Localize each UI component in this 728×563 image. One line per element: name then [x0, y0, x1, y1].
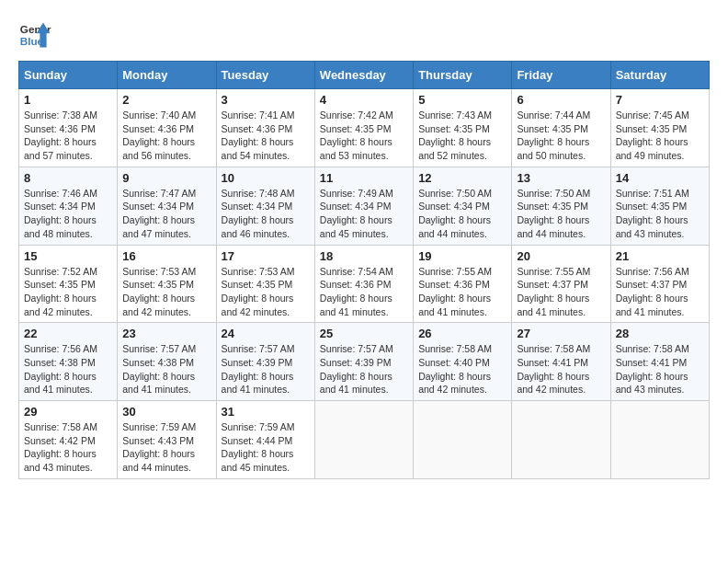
sunset-label: Sunset: 4:35 PM [320, 123, 392, 134]
day-info: Sunrise: 7:50 AM Sunset: 4:34 PM Dayligh… [418, 187, 506, 241]
sunrise-label: Sunrise: 7:57 AM [122, 343, 196, 354]
sunrise-label: Sunrise: 7:51 AM [616, 188, 689, 199]
day-number: 20 [517, 249, 605, 263]
sunset-label: Sunset: 4:39 PM [320, 357, 392, 368]
sunset-label: Sunset: 4:36 PM [222, 123, 293, 134]
day-number: 26 [418, 327, 506, 340]
day-info: Sunrise: 7:43 AM Sunset: 4:35 PM Dayligh… [418, 109, 506, 163]
col-header-sunday: Sunday [19, 62, 118, 89]
day-number: 24 [222, 327, 310, 340]
sunrise-label: Sunrise: 7:41 AM [222, 109, 295, 121]
daylight-label: Daylight: 8 hours and 47 minutes. [122, 214, 195, 239]
sunrise-label: Sunrise: 7:50 AM [517, 188, 590, 199]
sunset-label: Sunset: 4:37 PM [616, 279, 688, 290]
calendar-day-5: 5 Sunrise: 7:43 AM Sunset: 4:35 PM Dayli… [414, 89, 512, 167]
calendar-day-12: 12 Sunrise: 7:50 AM Sunset: 4:34 PM Dayl… [414, 167, 512, 245]
sunrise-label: Sunrise: 7:45 AM [616, 109, 689, 121]
daylight-label: Daylight: 8 hours and 41 minutes. [320, 293, 392, 317]
daylight-label: Daylight: 8 hours and 46 minutes. [222, 214, 294, 239]
day-number: 16 [122, 249, 210, 263]
sunset-label: Sunset: 4:34 PM [418, 201, 490, 212]
day-info: Sunrise: 7:57 AM Sunset: 4:38 PM Dayligh… [122, 342, 210, 396]
empty-cell [512, 401, 610, 479]
calendar-day-7: 7 Sunrise: 7:45 AM Sunset: 4:35 PM Dayli… [610, 89, 709, 167]
sunrise-label: Sunrise: 7:59 AM [222, 421, 295, 432]
day-info: Sunrise: 7:52 AM Sunset: 4:35 PM Dayligh… [24, 265, 112, 319]
day-info: Sunrise: 7:55 AM Sunset: 4:37 PM Dayligh… [517, 265, 605, 319]
logo: General Blue [18, 18, 51, 52]
calendar-week-1: 1 Sunrise: 7:38 AM Sunset: 4:36 PM Dayli… [19, 89, 710, 167]
day-number: 22 [24, 327, 112, 340]
day-number: 28 [616, 327, 704, 340]
day-info: Sunrise: 7:49 AM Sunset: 4:34 PM Dayligh… [320, 187, 408, 241]
daylight-label: Daylight: 8 hours and 43 minutes. [616, 214, 688, 239]
sunset-label: Sunset: 4:35 PM [517, 123, 588, 134]
day-info: Sunrise: 7:57 AM Sunset: 4:39 PM Dayligh… [222, 342, 310, 396]
col-header-friday: Friday [512, 62, 610, 89]
calendar-day-28: 28 Sunrise: 7:58 AM Sunset: 4:41 PM Dayl… [610, 323, 709, 401]
sunrise-label: Sunrise: 7:57 AM [320, 343, 393, 354]
day-number: 18 [320, 249, 408, 263]
sunrise-label: Sunrise: 7:46 AM [24, 188, 97, 199]
sunrise-label: Sunrise: 7:48 AM [222, 188, 295, 199]
calendar-day-17: 17 Sunrise: 7:53 AM Sunset: 4:35 PM Dayl… [216, 245, 314, 323]
day-number: 14 [616, 171, 704, 185]
sunrise-label: Sunrise: 7:56 AM [24, 343, 97, 354]
calendar-day-3: 3 Sunrise: 7:41 AM Sunset: 4:36 PM Dayli… [216, 89, 314, 167]
day-info: Sunrise: 7:51 AM Sunset: 4:35 PM Dayligh… [616, 187, 704, 241]
day-number: 3 [222, 93, 310, 107]
calendar-day-1: 1 Sunrise: 7:38 AM Sunset: 4:36 PM Dayli… [19, 89, 118, 167]
sunrise-label: Sunrise: 7:58 AM [24, 421, 97, 432]
day-info: Sunrise: 7:56 AM Sunset: 4:37 PM Dayligh… [616, 265, 704, 319]
day-info: Sunrise: 7:59 AM Sunset: 4:44 PM Dayligh… [222, 420, 310, 475]
calendar-day-29: 29 Sunrise: 7:58 AM Sunset: 4:42 PM Dayl… [19, 401, 118, 479]
day-number: 23 [122, 327, 210, 340]
sunrise-label: Sunrise: 7:56 AM [616, 266, 689, 277]
daylight-label: Daylight: 8 hours and 43 minutes. [24, 448, 97, 473]
calendar-table: SundayMondayTuesdayWednesdayThursdayFrid… [18, 61, 710, 479]
calendar-day-23: 23 Sunrise: 7:57 AM Sunset: 4:38 PM Dayl… [118, 323, 216, 401]
day-number: 2 [122, 93, 210, 107]
daylight-label: Daylight: 8 hours and 49 minutes. [616, 136, 688, 161]
daylight-label: Daylight: 8 hours and 41 minutes. [24, 371, 97, 396]
day-number: 17 [222, 249, 310, 263]
daylight-label: Daylight: 8 hours and 41 minutes. [418, 293, 491, 317]
daylight-label: Daylight: 8 hours and 42 minutes. [517, 371, 589, 396]
day-info: Sunrise: 7:57 AM Sunset: 4:39 PM Dayligh… [320, 342, 408, 396]
col-header-wednesday: Wednesday [314, 62, 413, 89]
sunset-label: Sunset: 4:36 PM [418, 279, 490, 290]
calendar-day-18: 18 Sunrise: 7:54 AM Sunset: 4:36 PM Dayl… [314, 245, 413, 323]
sunrise-label: Sunrise: 7:55 AM [517, 266, 590, 277]
sunset-label: Sunset: 4:42 PM [24, 435, 96, 446]
sunset-label: Sunset: 4:35 PM [24, 279, 96, 290]
empty-cell [414, 401, 512, 479]
sunset-label: Sunset: 4:34 PM [320, 201, 392, 212]
col-header-thursday: Thursday [414, 62, 512, 89]
calendar-day-16: 16 Sunrise: 7:53 AM Sunset: 4:35 PM Dayl… [118, 245, 216, 323]
sunrise-label: Sunrise: 7:47 AM [122, 188, 196, 199]
sunrise-label: Sunrise: 7:53 AM [222, 266, 295, 277]
day-info: Sunrise: 7:45 AM Sunset: 4:35 PM Dayligh… [616, 109, 704, 163]
calendar-day-25: 25 Sunrise: 7:57 AM Sunset: 4:39 PM Dayl… [314, 323, 413, 401]
day-number: 9 [122, 171, 210, 185]
daylight-label: Daylight: 8 hours and 44 minutes. [517, 214, 589, 239]
calendar-day-22: 22 Sunrise: 7:56 AM Sunset: 4:38 PM Dayl… [19, 323, 118, 401]
empty-cell [314, 401, 413, 479]
calendar-day-21: 21 Sunrise: 7:56 AM Sunset: 4:37 PM Dayl… [610, 245, 709, 323]
daylight-label: Daylight: 8 hours and 44 minutes. [122, 448, 195, 473]
daylight-label: Daylight: 8 hours and 41 minutes. [616, 293, 688, 317]
calendar-week-4: 22 Sunrise: 7:56 AM Sunset: 4:38 PM Dayl… [19, 323, 710, 401]
day-info: Sunrise: 7:46 AM Sunset: 4:34 PM Dayligh… [24, 187, 112, 241]
col-header-tuesday: Tuesday [216, 62, 314, 89]
day-number: 31 [222, 405, 310, 419]
day-number: 30 [122, 405, 210, 419]
daylight-label: Daylight: 8 hours and 45 minutes. [320, 214, 392, 239]
day-info: Sunrise: 7:54 AM Sunset: 4:36 PM Dayligh… [320, 265, 408, 319]
day-info: Sunrise: 7:38 AM Sunset: 4:36 PM Dayligh… [24, 109, 112, 163]
daylight-label: Daylight: 8 hours and 42 minutes. [24, 293, 97, 317]
day-info: Sunrise: 7:50 AM Sunset: 4:35 PM Dayligh… [517, 187, 605, 241]
calendar-day-11: 11 Sunrise: 7:49 AM Sunset: 4:34 PM Dayl… [314, 167, 413, 245]
calendar-week-3: 15 Sunrise: 7:52 AM Sunset: 4:35 PM Dayl… [19, 245, 710, 323]
daylight-label: Daylight: 8 hours and 41 minutes. [122, 371, 195, 396]
sunrise-label: Sunrise: 7:42 AM [320, 109, 393, 121]
